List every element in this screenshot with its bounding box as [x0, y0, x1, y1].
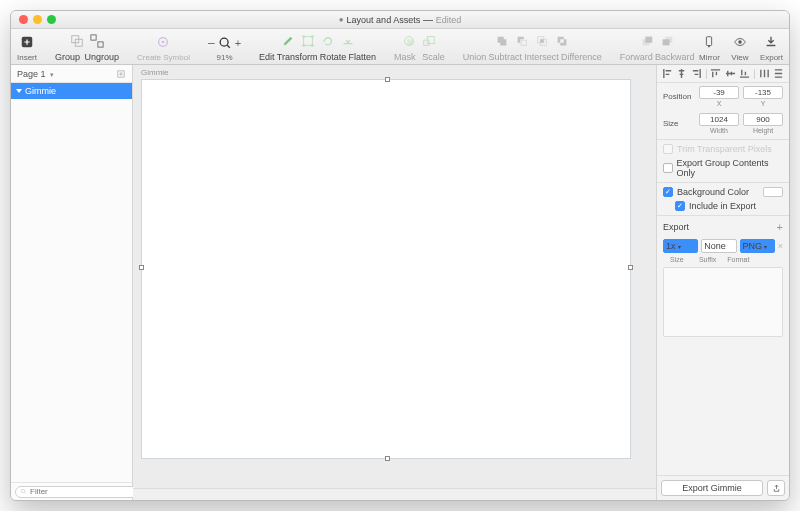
align-center-h-icon[interactable]	[676, 68, 687, 79]
svg-rect-22	[645, 37, 652, 43]
svg-rect-24	[663, 39, 670, 45]
svg-point-11	[302, 44, 305, 47]
remove-export-button[interactable]: ×	[778, 241, 783, 251]
svg-rect-4	[98, 42, 103, 47]
minimize-window-button[interactable]	[33, 15, 42, 24]
titlebar: ●Layout and Assets — Edited	[11, 11, 789, 29]
zoom-window-button[interactable]	[47, 15, 56, 24]
align-center-v-icon[interactable]	[725, 68, 736, 79]
svg-rect-3	[91, 35, 96, 40]
export-suffix-input[interactable]: None	[701, 239, 736, 253]
mirror-button[interactable]	[699, 32, 719, 52]
resize-handle-left[interactable]	[139, 265, 144, 270]
edit-button[interactable]	[278, 31, 298, 51]
transform-button[interactable]	[298, 31, 318, 51]
export-group-checkbox[interactable]	[663, 163, 673, 173]
bgcolor-swatch[interactable]	[763, 187, 783, 197]
svg-point-6	[162, 41, 165, 44]
body: Page 1 ▾ Gimmie 1 Gimmie	[11, 65, 789, 500]
insert-label: Insert	[17, 53, 37, 62]
align-controls	[657, 65, 789, 83]
resize-handle-right[interactable]	[628, 265, 633, 270]
width-input[interactable]	[699, 113, 739, 126]
toolbar: Insert Group Ungroup Create Symbol – + 9…	[11, 29, 789, 65]
filter-input[interactable]	[30, 487, 135, 496]
distribute-h-icon[interactable]	[759, 68, 770, 79]
svg-point-12	[311, 44, 314, 47]
flatten-button[interactable]	[338, 31, 358, 51]
artboard-label[interactable]: Gimmie	[141, 68, 169, 77]
svg-rect-15	[424, 40, 429, 45]
align-top-icon[interactable]	[710, 68, 721, 79]
layer-row-selected[interactable]: Gimmie	[11, 83, 132, 99]
align-right-icon[interactable]	[691, 68, 702, 79]
view-button[interactable]	[730, 32, 750, 52]
svg-point-27	[738, 40, 742, 44]
page-add-icon[interactable]	[116, 69, 126, 79]
zoom-icon	[218, 36, 232, 50]
export-button[interactable]: Export Gimmie	[661, 480, 763, 496]
svg-rect-17	[521, 40, 526, 45]
svg-point-7	[220, 38, 228, 46]
forward-button[interactable]	[637, 31, 657, 51]
svg-point-29	[21, 489, 25, 493]
export-toolbar-button[interactable]	[761, 32, 781, 52]
height-input[interactable]	[743, 113, 783, 126]
svg-rect-20	[541, 39, 545, 43]
create-symbol-button[interactable]	[153, 32, 173, 52]
union-button[interactable]	[492, 31, 512, 51]
export-section-label: Export	[663, 222, 689, 232]
layers-sidebar: Page 1 ▾ Gimmie 1	[11, 65, 133, 500]
insert-button[interactable]	[17, 32, 37, 52]
difference-button[interactable]	[552, 31, 572, 51]
svg-point-10	[311, 35, 314, 38]
include-export-checkbox[interactable]: ✓	[675, 201, 685, 211]
horizontal-scrollbar[interactable]	[133, 488, 656, 500]
svg-rect-25	[707, 37, 712, 46]
rotate-button[interactable]	[318, 31, 338, 51]
inspector: Position X Y Size Width Height Trim Tran…	[656, 65, 789, 500]
trim-checkbox[interactable]	[663, 144, 673, 154]
zoom-out-button[interactable]: –	[208, 36, 215, 50]
svg-point-9	[302, 35, 305, 38]
subtract-button[interactable]	[512, 31, 532, 51]
canvas[interactable]: Gimmie	[133, 65, 656, 488]
disclosure-triangle-icon[interactable]	[16, 89, 22, 93]
align-left-icon[interactable]	[662, 68, 673, 79]
export-size-select[interactable]: 1x▾	[663, 239, 698, 253]
search-icon	[20, 488, 27, 495]
export-format-select[interactable]: PNG▾	[740, 239, 775, 253]
align-bottom-icon[interactable]	[739, 68, 750, 79]
share-button[interactable]	[767, 480, 785, 496]
svg-rect-14	[408, 39, 414, 45]
scale-button[interactable]	[419, 31, 439, 51]
sidebar-footer: 1	[11, 482, 132, 500]
size-label: Size	[663, 119, 695, 128]
artboard[interactable]	[141, 79, 631, 459]
zoom-value[interactable]: 91%	[216, 53, 232, 62]
svg-point-26	[709, 46, 711, 48]
resize-handle-bottom[interactable]	[385, 456, 390, 461]
svg-rect-8	[303, 37, 312, 46]
close-window-button[interactable]	[19, 15, 28, 24]
mask-button[interactable]	[399, 31, 419, 51]
group-button[interactable]	[67, 31, 87, 51]
document-title: ●Layout and Assets — Edited	[339, 14, 462, 25]
layer-filter-field[interactable]	[15, 486, 140, 498]
x-input[interactable]	[699, 86, 739, 99]
add-export-button[interactable]: +	[777, 221, 783, 233]
distribute-v-icon[interactable]	[773, 68, 784, 79]
app-window: ●Layout and Assets — Edited Insert Group…	[10, 10, 790, 501]
ungroup-button[interactable]	[87, 31, 107, 51]
resize-handle-top[interactable]	[385, 77, 390, 82]
export-preview	[663, 267, 783, 337]
zoom-in-button[interactable]: +	[235, 37, 241, 49]
bgcolor-checkbox[interactable]: ✓	[663, 187, 673, 197]
page-selector[interactable]: Page 1 ▾	[11, 65, 132, 83]
y-input[interactable]	[743, 86, 783, 99]
position-label: Position	[663, 92, 695, 101]
layer-name: Gimmie	[25, 86, 56, 96]
backward-button[interactable]	[657, 31, 677, 51]
intersect-button[interactable]	[532, 31, 552, 51]
layers-list[interactable]	[11, 99, 132, 482]
